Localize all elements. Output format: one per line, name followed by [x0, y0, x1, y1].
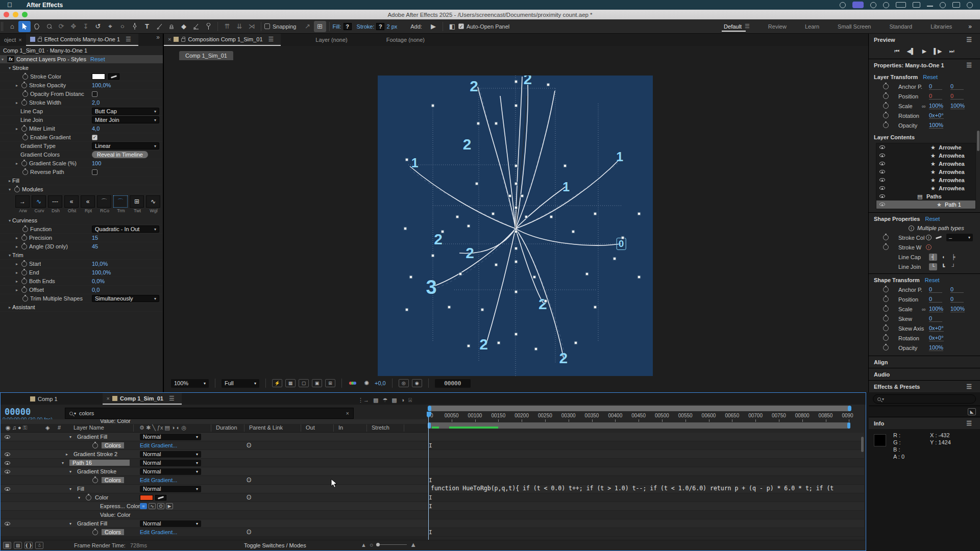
stopwatch-icon[interactable]	[21, 261, 27, 267]
twirl-icon[interactable]: ▾	[7, 253, 12, 258]
resolution-select[interactable]: Full▾	[222, 379, 259, 388]
dropdown[interactable]: Linear▾	[92, 142, 159, 149]
stopwatch-icon[interactable]	[883, 122, 889, 128]
path-vertex-handle[interactable]	[514, 104, 517, 107]
close-icon[interactable]: ×	[107, 395, 110, 402]
rotobezier-tool[interactable]: ⋊	[246, 21, 258, 32]
value-field[interactable]: 0	[950, 296, 964, 303]
expand-icon[interactable]: ▸	[14, 127, 19, 131]
frame-blend-icon[interactable]: ▩	[391, 397, 397, 404]
tab-comp-1-sim-01[interactable]: × Comp 1_Sim_01 ☰	[103, 393, 182, 405]
blend-mode-select[interactable]: Normal▾	[140, 434, 201, 440]
stopwatch-icon[interactable]	[883, 306, 889, 312]
apple-icon[interactable]: 	[7, 1, 12, 9]
color-swatch[interactable]	[92, 73, 105, 80]
dropdown[interactable]: Simultaneously▾	[92, 295, 159, 302]
eyedropper-icon[interactable]	[155, 495, 166, 500]
eye-icon[interactable]	[5, 487, 10, 491]
row-label[interactable]: Path 16	[69, 460, 130, 466]
stroke-swatch[interactable]: ?	[376, 23, 384, 30]
blend-mode-select[interactable]: Normal▾	[140, 460, 201, 466]
path-vertex-handle[interactable]	[409, 276, 412, 278]
brush-tool[interactable]	[153, 21, 165, 32]
property-value[interactable]: 0,0	[92, 287, 100, 293]
stopwatch-icon[interactable]	[22, 169, 28, 175]
clear-search-icon[interactable]: ×	[346, 410, 349, 416]
eye-icon[interactable]	[879, 162, 885, 165]
timeline-row-colors[interactable]: ColorsEdit Gradient...ʘ	[1, 528, 427, 537]
timeline-row-path-16[interactable]: ▾Path 16Normal▾	[1, 459, 427, 467]
transparency-grid-icon[interactable]: ▦	[285, 379, 296, 387]
twirl-icon[interactable]: ▾	[69, 487, 71, 491]
current-time-display[interactable]: 00000	[5, 407, 31, 417]
path-vertex-handle[interactable]	[533, 276, 536, 278]
value-field[interactable]: 0	[929, 296, 942, 303]
path-vertex-handle[interactable]	[481, 309, 483, 311]
path-vertex-handle[interactable]	[514, 231, 517, 233]
tab-footage[interactable]: Footage (none)	[382, 34, 429, 46]
path-vertex-handle[interactable]	[431, 255, 434, 257]
value-field[interactable]: 0	[929, 286, 942, 293]
value-field[interactable]: 0x+0°	[929, 335, 944, 341]
motion-blur-toggle-icon[interactable]: ❴❵	[24, 542, 33, 549]
butt-cap-button[interactable]: ┤	[929, 254, 937, 261]
snapping-checkbox[interactable]	[264, 23, 270, 29]
eye-icon[interactable]	[879, 186, 885, 190]
stroke-width-value[interactable]: 2 px	[386, 23, 397, 30]
panel-menu-icon[interactable]: ☰	[963, 36, 975, 43]
fill-label[interactable]: Fill:	[333, 23, 341, 30]
puppet-pin-tool[interactable]	[202, 21, 214, 32]
map-pin-icon[interactable]	[840, 2, 846, 8]
panel-menu-icon[interactable]: ☰	[963, 62, 975, 69]
panel-icon[interactable]: ◧	[446, 21, 458, 32]
clone-stamp-tool[interactable]	[165, 21, 178, 32]
mic-icon[interactable]	[940, 2, 946, 8]
module-arw-icon[interactable]: →Arw	[15, 195, 31, 213]
workspace-menu-icon[interactable]: ☰	[745, 23, 750, 30]
shape-properties-reset[interactable]: Reset	[925, 216, 940, 222]
twirl-icon[interactable]: ▾	[0, 57, 5, 62]
timeline-row-value-color[interactable]: Value: Color	[1, 511, 427, 519]
checkbox[interactable]	[92, 169, 97, 175]
twirl-icon[interactable]: ▾	[7, 218, 12, 223]
value-field[interactable]: 100%	[929, 344, 943, 351]
stopwatch-icon[interactable]	[883, 296, 889, 302]
twirl-icon[interactable]: ▸	[7, 179, 12, 183]
timeline-row-express-color[interactable]: Express... Color=∿ʘ▶	[1, 502, 427, 511]
col-parent-link[interactable]: Parent & Link	[249, 424, 283, 431]
path-vertex-handle[interactable]	[467, 345, 470, 347]
blend-mode-select[interactable]: Normal▾	[140, 468, 201, 475]
track-row[interactable]	[427, 519, 864, 528]
layer-contents-item-arrowhea[interactable]: ★Arrowhea	[876, 152, 975, 160]
frame-blend-toggle-icon[interactable]: ▨	[14, 542, 22, 549]
module-twt-icon[interactable]: ⊞Twt	[130, 195, 145, 213]
col-duration[interactable]: Duration	[216, 424, 237, 431]
toggle-switches-modes-button[interactable]: Toggle Switches / Modes	[244, 542, 306, 548]
eye-icon[interactable]	[5, 522, 10, 525]
row-label[interactable]: Gradient Fill	[77, 520, 107, 527]
time-ruler[interactable]: 0000500010000150002000025000300003500040…	[427, 412, 864, 422]
screen-record-icon[interactable]	[852, 2, 864, 8]
property-value[interactable]: 2,0	[92, 99, 100, 106]
property-value[interactable]: 100,0%	[92, 269, 111, 276]
effect-reset-link[interactable]: Reset	[90, 56, 105, 62]
stopwatch-icon[interactable]	[883, 235, 889, 240]
parent-pickwhip-icon[interactable]: ʘ	[247, 442, 251, 449]
display-icon[interactable]	[952, 2, 960, 8]
path-vertex-handle[interactable]	[448, 306, 451, 308]
wifi-icon[interactable]	[927, 3, 933, 7]
path-vertex-handle[interactable]	[638, 212, 641, 215]
edit-gradient-link[interactable]: Edit Gradient...	[140, 477, 177, 483]
track-row[interactable]	[427, 433, 864, 441]
value-field[interactable]: 0	[950, 93, 964, 99]
col-layer-name[interactable]: Layer Name	[74, 424, 104, 431]
layer-contents-item-arrowhea[interactable]: ★Arrowhea	[876, 184, 975, 192]
expression-enable-icon[interactable]: =	[140, 503, 147, 509]
zoom-tool[interactable]	[43, 21, 55, 32]
exposure-value[interactable]: +0,0	[375, 380, 386, 386]
menu-app[interactable]: After Effects	[21, 2, 68, 9]
stopwatch-icon[interactable]	[21, 100, 27, 106]
path-vertex-handle[interactable]	[477, 122, 479, 125]
path-vertex-handle[interactable]	[404, 228, 406, 230]
mask-feather-tool[interactable]: ⇊	[233, 21, 246, 32]
